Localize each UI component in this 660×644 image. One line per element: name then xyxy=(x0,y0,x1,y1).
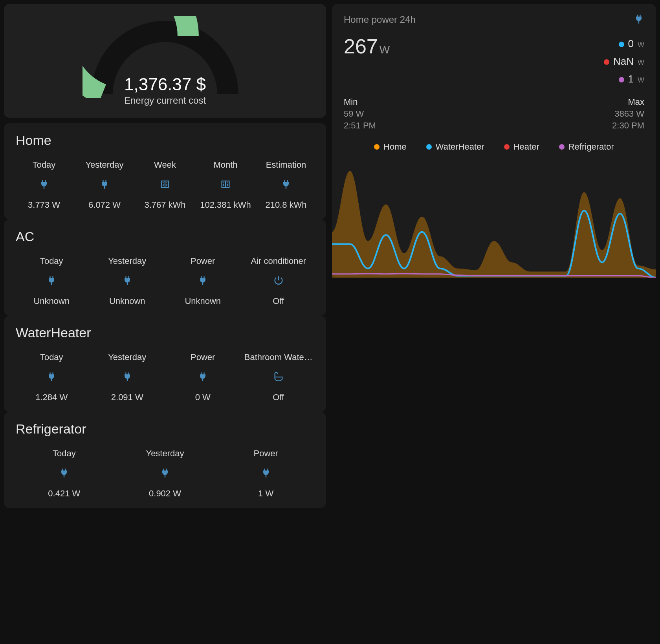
section-title: Home xyxy=(16,133,314,148)
right-legend-item: 1W xyxy=(619,73,644,85)
legend-dot xyxy=(504,144,510,150)
stat-label: Power xyxy=(254,448,278,459)
stat-item[interactable]: Week3.767 kWh xyxy=(137,160,193,210)
stat-item[interactable]: YesterdayUnknown xyxy=(92,256,163,306)
stat-value: 6.072 W xyxy=(88,200,121,210)
stat-item[interactable]: Yesterday0.902 W xyxy=(117,448,214,499)
chart-legend-item[interactable]: WaterHeater xyxy=(426,142,484,152)
stat-value: 0.421 W xyxy=(48,488,80,499)
stat-label: Yesterday xyxy=(108,352,146,362)
stat-item[interactable]: Bathroom Wate…Off xyxy=(243,352,315,402)
refrigerator-section[interactable]: RefrigeratorToday0.421 WYesterday0.902 W… xyxy=(4,412,326,508)
power-current-value: 267W xyxy=(344,35,416,58)
plug-icon xyxy=(633,13,644,24)
stat-item[interactable]: Month102.381 kWh xyxy=(197,160,254,210)
stat-item[interactable]: Yesterday2.091 W xyxy=(92,352,163,402)
stat-value: 1.284 W xyxy=(35,392,68,402)
section-title: Refrigerator xyxy=(16,421,314,437)
stat-item[interactable]: Today1.284 W xyxy=(16,352,88,402)
stat-value: 3.767 kWh xyxy=(144,200,185,210)
stat-label: Yesterday xyxy=(146,448,184,459)
power-card-title: Home power 24h xyxy=(344,14,416,25)
power-max: Max 3863 W 2:30 PM xyxy=(612,97,644,131)
section-title: WaterHeater xyxy=(16,325,314,340)
stat-label: Yesterday xyxy=(108,256,146,266)
stat-label: Yesterday xyxy=(85,160,123,170)
stat-value: Off xyxy=(273,392,284,402)
plug-icon xyxy=(280,179,292,191)
stat-label: Month xyxy=(213,160,237,170)
legend-dot xyxy=(604,59,609,65)
right-legend-item: NaNW xyxy=(604,55,644,68)
plug-icon xyxy=(122,275,133,287)
waterheater-section[interactable]: WaterHeaterToday1.284 WYesterday2.091 WP… xyxy=(4,316,326,412)
chart-legend-item[interactable]: Home xyxy=(374,142,407,152)
bath-icon xyxy=(273,371,284,384)
stat-label: Today xyxy=(40,352,63,362)
stat-value: 1 W xyxy=(258,488,273,499)
plug-icon xyxy=(46,275,57,287)
stat-item[interactable]: Power0 W xyxy=(167,352,239,402)
stat-label: Today xyxy=(53,448,76,459)
stat-value: 0 W xyxy=(195,392,211,402)
stat-item[interactable]: Estimation210.8 kWh xyxy=(258,160,314,210)
stat-label: Estimation xyxy=(266,160,306,170)
plug-icon xyxy=(197,275,208,287)
stat-label: Today xyxy=(40,256,63,266)
power-chart[interactable] xyxy=(332,160,656,278)
chart-legend-item[interactable]: Refrigerator xyxy=(559,142,614,152)
stat-label: Air conditioner xyxy=(251,256,306,266)
stat-item[interactable]: Power1 W xyxy=(217,448,314,499)
right-legend-item: 0W xyxy=(619,38,644,50)
plug-icon xyxy=(99,179,110,191)
plug-icon xyxy=(59,467,70,480)
stat-value: 3.773 W xyxy=(28,200,60,210)
stat-item[interactable]: Today3.773 W xyxy=(16,160,72,210)
gauge-label: Energy current cost xyxy=(124,95,206,106)
stat-label: Week xyxy=(154,160,176,170)
legend-dot xyxy=(426,144,432,150)
stat-value: 210.8 kWh xyxy=(265,200,306,210)
plug-icon xyxy=(160,467,170,480)
stat-label: Bathroom Wate… xyxy=(244,352,313,362)
meter-icon xyxy=(220,179,231,191)
plug-icon xyxy=(122,371,133,384)
meter-icon xyxy=(160,179,170,191)
home-section[interactable]: HomeToday3.773 WYesterday6.072 WWeek3.76… xyxy=(4,123,326,220)
legend-dot xyxy=(374,144,380,150)
section-title: AC xyxy=(16,229,314,244)
stat-value: 0.902 W xyxy=(149,488,181,499)
stat-label: Today xyxy=(33,160,56,170)
legend-dot xyxy=(559,144,565,150)
power-min: Min 59 W 2:51 PM xyxy=(344,97,376,131)
plug-icon xyxy=(38,179,50,191)
stat-item[interactable]: Air conditionerOff xyxy=(243,256,315,306)
stat-item[interactable]: Yesterday6.072 W xyxy=(76,160,133,210)
gauge-value: 1,376.37 $ xyxy=(124,75,206,94)
plug-icon xyxy=(46,371,57,384)
stat-value: 2.091 W xyxy=(111,392,143,402)
stat-label: Power xyxy=(191,352,215,362)
legend-dot xyxy=(619,77,624,82)
plug-icon xyxy=(260,467,271,480)
stat-value: Off xyxy=(273,296,284,306)
plug-icon xyxy=(197,371,208,384)
stat-value: 102.381 kWh xyxy=(200,200,251,210)
stat-item[interactable]: TodayUnknown xyxy=(16,256,88,306)
stat-value: Unknown xyxy=(185,296,221,306)
home-power-24h-card[interactable]: Home power 24h 267W 0WNaNW1W Min 59 W 2:… xyxy=(332,4,656,278)
chart-series-legend[interactable]: HomeWaterHeaterHeaterRefrigerator xyxy=(344,142,644,152)
ac-section[interactable]: ACTodayUnknownYesterdayUnknownPowerUnkno… xyxy=(4,220,326,316)
legend-dot xyxy=(619,42,624,47)
power-right-legend: 0WNaNW1W xyxy=(604,38,644,85)
energy-cost-gauge-card[interactable]: 1,376.37 $ Energy current cost xyxy=(4,4,326,118)
stat-value: Unknown xyxy=(109,296,145,306)
stat-value: Unknown xyxy=(33,296,70,306)
power-icon xyxy=(273,275,284,287)
stat-item[interactable]: Today0.421 W xyxy=(16,448,113,499)
chart-legend-item[interactable]: Heater xyxy=(504,142,539,152)
stat-label: Power xyxy=(191,256,215,266)
stat-item[interactable]: PowerUnknown xyxy=(167,256,239,306)
